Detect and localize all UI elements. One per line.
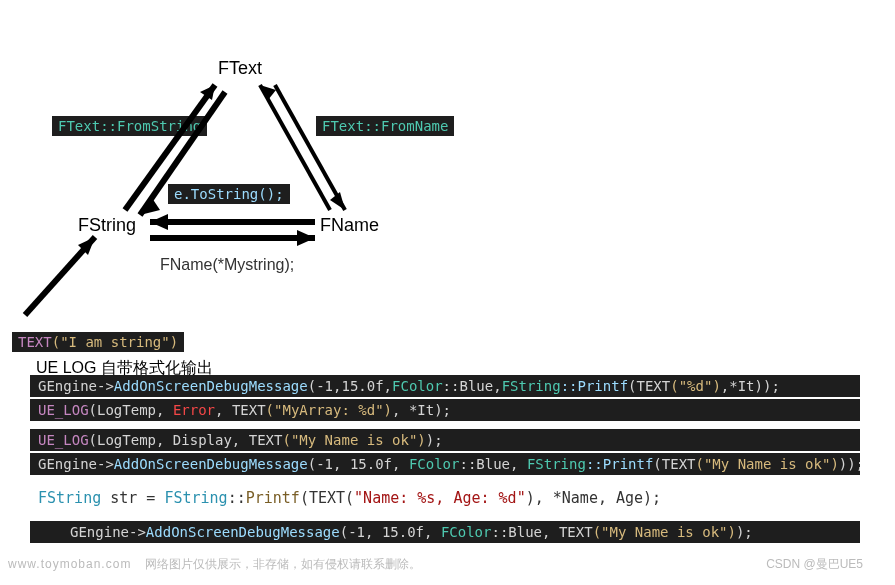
tok: ,*It));: [721, 378, 780, 394]
token-macro: TEXT: [18, 334, 52, 350]
tok: ("My Name is ok"): [696, 456, 839, 472]
tok: AddOnScreenDebugMessage: [146, 524, 340, 540]
tok: (LogTemp,: [89, 402, 173, 418]
tok: ("MyArray: %d"): [266, 402, 392, 418]
tok: UE_LOG: [38, 432, 89, 448]
tok: );: [426, 432, 443, 448]
tok: (-1, 15.0f,: [340, 524, 441, 540]
tok: (LogTemp, Display, TEXT: [89, 432, 283, 448]
tok: GEngine->: [38, 456, 114, 472]
tok: ::Blue, TEXT: [491, 524, 592, 540]
diagram-arrows: [0, 0, 500, 330]
token-string: ("I am string"): [52, 334, 178, 350]
tok: ("My Name is ok"): [593, 524, 736, 540]
tok: AddOnScreenDebugMessage: [114, 378, 308, 394]
tok: (TEXT: [653, 456, 695, 472]
tok: FString: [502, 378, 561, 394]
conversion-diagram: FText FString FName FText::FromString FT…: [0, 0, 895, 300]
svg-line-4: [260, 85, 330, 210]
svg-line-2: [140, 92, 225, 215]
svg-marker-7: [330, 192, 345, 210]
tok: (TEXT: [628, 378, 670, 394]
tok: (-1, 15.0f,: [308, 456, 409, 472]
tok: ::Blue,: [443, 378, 502, 394]
tok: AddOnScreenDebugMessage: [114, 456, 308, 472]
tok: GEngine->: [38, 378, 114, 394]
tok: ::Printf: [561, 378, 628, 394]
code-blocks: GEngine->AddOnScreenDebugMessage(-1,15.0…: [30, 375, 860, 551]
svg-line-0: [125, 85, 215, 210]
tok: , *It);: [392, 402, 451, 418]
svg-line-6: [275, 85, 345, 210]
footer: www.toymoban.com 网络图片仅供展示，非存储，如有侵权请联系删除。…: [8, 556, 895, 573]
tok: );: [736, 524, 753, 540]
tok: ("My Name is ok"): [282, 432, 425, 448]
tok: ));: [839, 456, 860, 472]
text-literal-box: TEXT("I am string"): [12, 332, 184, 352]
tok: ::Blue,: [459, 456, 526, 472]
code-line: GEngine->AddOnScreenDebugMessage(-1, 15.…: [30, 521, 860, 543]
tok: FColor: [392, 378, 443, 394]
tok: FColor: [441, 524, 492, 540]
tok: Error: [173, 402, 215, 418]
code-block-1: GEngine->AddOnScreenDebugMessage(-1,15.0…: [30, 375, 860, 421]
tok: GEngine->: [70, 524, 146, 540]
code-line: UE_LOG(LogTemp, Display, TEXT("My Name i…: [30, 429, 860, 451]
footer-author: CSDN @曼巴UE5: [766, 556, 863, 573]
footer-note: 网络图片仅供展示，非存储，如有侵权请联系删除。: [145, 557, 421, 571]
code-block-3: GEngine->AddOnScreenDebugMessage(-1, 15.…: [30, 521, 860, 543]
tok: UE_LOG: [38, 402, 89, 418]
svg-marker-11: [297, 230, 315, 246]
code-line-light: FString str = FString::Printf(TEXT("Name…: [30, 483, 860, 513]
code-line: UE_LOG(LogTemp, Error, TEXT("MyArray: %d…: [30, 399, 860, 421]
code-block-2: UE_LOG(LogTemp, Display, TEXT("My Name i…: [30, 429, 860, 475]
code-line: GEngine->AddOnScreenDebugMessage(-1,15.0…: [30, 375, 860, 397]
code-line: GEngine->AddOnScreenDebugMessage(-1, 15.…: [30, 453, 860, 475]
tok: , TEXT: [215, 402, 266, 418]
tok: (-1,15.0f,: [308, 378, 392, 394]
svg-marker-9: [150, 214, 168, 230]
tok: ::Printf: [586, 456, 653, 472]
tok: ("%d"): [670, 378, 721, 394]
tok: FColor: [409, 456, 460, 472]
footer-site: www.toymoban.com: [8, 557, 131, 571]
tok: FString: [527, 456, 586, 472]
